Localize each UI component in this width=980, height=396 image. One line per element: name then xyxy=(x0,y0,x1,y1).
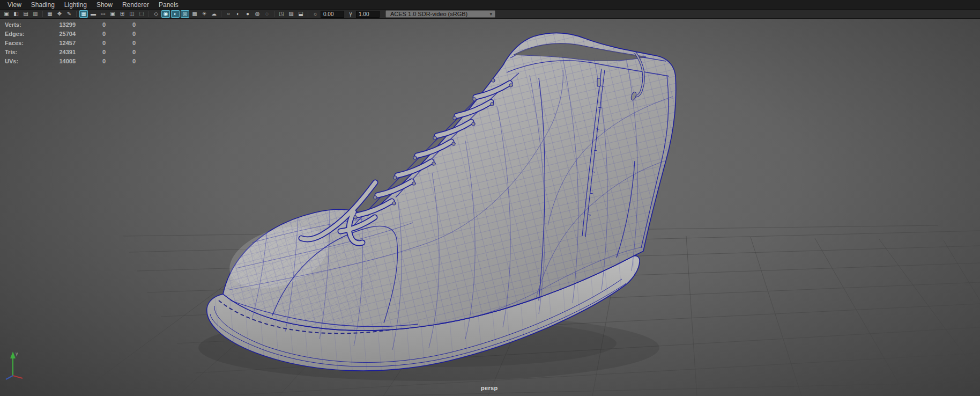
hud-label: Faces: xyxy=(5,40,54,47)
color-space-value: ACES 1.0 SDR-video (sRGB) xyxy=(390,11,467,17)
exposure-input[interactable] xyxy=(321,11,344,18)
safe-title-icon[interactable]: ⬚ xyxy=(137,10,146,18)
gamma-icon[interactable]: γ xyxy=(346,10,355,18)
hud-value: 0 xyxy=(106,21,136,28)
color-space-select[interactable]: ACES 1.0 SDR-video (sRGB) ▾ xyxy=(385,10,495,18)
hud-value: 0 xyxy=(76,40,106,47)
textured-icon[interactable]: ◐ xyxy=(171,10,180,18)
gamma-input[interactable] xyxy=(356,11,380,18)
camera-attributes-icon[interactable]: ▤ xyxy=(21,10,30,18)
occlusion-icon[interactable]: ◍ xyxy=(253,10,262,18)
camera-name-label: persp xyxy=(481,385,498,391)
menu-renderer[interactable]: Renderer xyxy=(117,0,154,10)
film-gate-icon[interactable]: ▬ xyxy=(89,10,98,18)
heads-up-display: Verts: 13299 0 0 Edges: 25704 0 0 Faces:… xyxy=(5,21,136,65)
menu-shading[interactable]: Shading xyxy=(26,0,60,10)
svg-text:y: y xyxy=(16,351,18,356)
snapshot-icon[interactable]: ⬓ xyxy=(296,10,305,18)
hud-value: 25704 xyxy=(54,31,76,38)
all-lights-icon[interactable]: ● xyxy=(243,10,252,18)
viewport-toolbar: ▣ ◧ ▤ ▥ ▦ ✥ ✎ ▦ ▬ ▭ ▣ ⊞ ◫ ⬚ ◇ ◉ ◐ ◎ ▩ ☀ … xyxy=(0,10,980,19)
hud-value: 0 xyxy=(76,21,106,28)
lighting-icon[interactable]: ☀ xyxy=(200,10,209,18)
hud-value: 0 xyxy=(76,58,106,65)
hud-label: Verts: xyxy=(5,21,54,28)
hud-value: 24391 xyxy=(54,49,76,56)
view-axis-gizmo: y xyxy=(6,351,23,379)
menu-show[interactable]: Show xyxy=(92,0,117,10)
xray-icon[interactable]: ▨ xyxy=(287,10,295,18)
isolate-select-icon[interactable]: ◳ xyxy=(277,10,286,18)
default-light-icon[interactable]: ◐ xyxy=(234,10,242,18)
smooth-shade-icon[interactable]: ◉ xyxy=(161,10,170,18)
viewport-canvas[interactable]: y xyxy=(0,19,980,396)
grid-icon[interactable]: ▦ xyxy=(79,10,88,18)
hud-label: Tris: xyxy=(5,49,54,56)
hud-value: 0 xyxy=(106,58,136,65)
panel-menu-bar: View Shading Lighting Show Renderer Pane… xyxy=(0,0,980,10)
field-chart-icon[interactable]: ⊞ xyxy=(118,10,127,18)
hud-value: 13299 xyxy=(54,21,76,28)
toolbar-separator xyxy=(149,11,149,17)
toolbar-separator xyxy=(42,11,43,17)
toolbar-separator xyxy=(76,11,77,17)
hud-label: UVs: xyxy=(5,58,54,65)
menu-view[interactable]: View xyxy=(3,0,26,10)
pan-zoom-icon[interactable]: ✥ xyxy=(55,10,64,18)
shoe-model[interactable] xyxy=(207,33,676,371)
toolbar-separator xyxy=(308,11,308,17)
motion-blur-icon[interactable]: ◌ xyxy=(263,10,271,18)
grease-pencil-icon[interactable]: ✎ xyxy=(65,10,73,18)
menu-panels[interactable]: Panels xyxy=(154,0,183,10)
toolbar-separator xyxy=(274,11,274,17)
gate-mask-icon[interactable]: ▣ xyxy=(108,10,117,18)
chevron-down-icon: ▾ xyxy=(489,11,492,17)
select-camera-icon[interactable]: ▣ xyxy=(2,10,11,18)
hud-label: Edges: xyxy=(5,31,54,38)
wireframe-icon[interactable]: ◇ xyxy=(152,10,160,18)
no-lights-icon[interactable]: ○ xyxy=(224,10,233,18)
hud-value: 14005 xyxy=(54,58,76,65)
hud-value: 0 xyxy=(106,49,136,56)
use-default-material-icon[interactable]: ◎ xyxy=(181,10,189,18)
shadows-icon[interactable]: ☁ xyxy=(210,10,218,18)
image-plane-icon[interactable]: ▦ xyxy=(46,10,54,18)
perspective-viewport[interactable]: y Verts: 13299 0 0 Edges: 25704 0 0 Face… xyxy=(0,19,980,396)
lock-camera-icon[interactable]: ◧ xyxy=(12,10,20,18)
menu-lighting[interactable]: Lighting xyxy=(60,0,92,10)
exposure-icon[interactable]: ☼ xyxy=(311,10,320,18)
shoe-upper xyxy=(222,33,676,350)
hud-value: 0 xyxy=(76,49,106,56)
hud-value: 0 xyxy=(106,31,136,38)
bookmarks-icon[interactable]: ▥ xyxy=(31,10,40,18)
hud-value: 0 xyxy=(106,40,136,47)
hud-value: 0 xyxy=(76,31,106,38)
checkered-icon[interactable]: ▩ xyxy=(190,10,199,18)
hud-value: 12457 xyxy=(54,40,76,47)
safe-action-icon[interactable]: ◫ xyxy=(128,10,136,18)
resolution-gate-icon[interactable]: ▭ xyxy=(99,10,107,18)
toolbar-separator xyxy=(221,11,221,17)
